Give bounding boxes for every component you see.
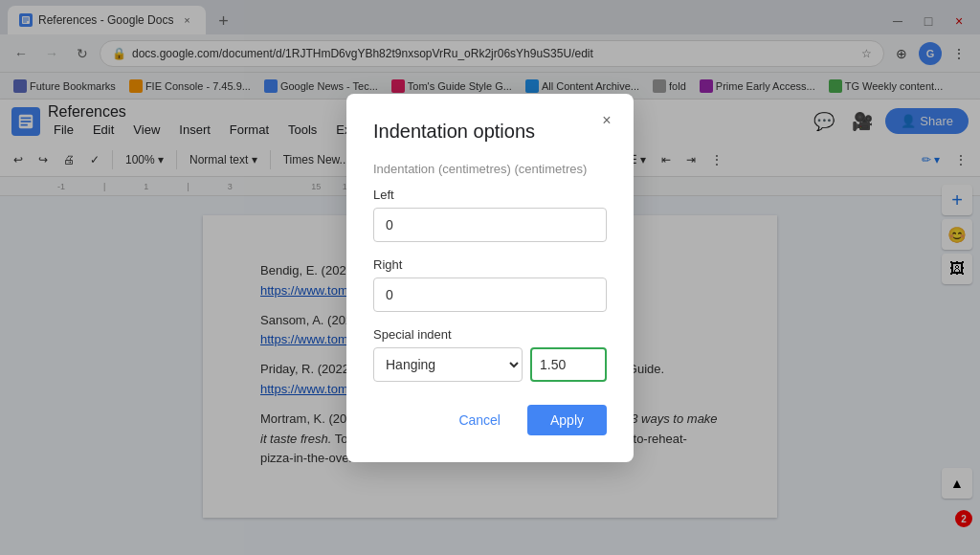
indentation-dialog: Indentation options × Indentation (centi… bbox=[346, 94, 634, 462]
left-indent-input[interactable] bbox=[373, 208, 607, 242]
special-indent-select[interactable]: Hanging None First line bbox=[373, 347, 523, 382]
special-indent-value-input[interactable] bbox=[530, 347, 607, 382]
special-indent-field: Special indent Hanging None First line bbox=[373, 327, 607, 382]
modal-title: Indentation options bbox=[373, 121, 607, 143]
right-indent-input[interactable] bbox=[373, 278, 607, 312]
left-indent-field: Left bbox=[373, 188, 607, 242]
right-indent-field: Right bbox=[373, 257, 607, 312]
cancel-button[interactable]: Cancel bbox=[443, 405, 516, 435]
special-indent-row: Hanging None First line bbox=[373, 347, 607, 382]
modal-section-label: Indentation (centimetres) (centimetres) bbox=[373, 162, 607, 176]
modal-close-button[interactable]: × bbox=[595, 109, 618, 132]
modal-overlay: Indentation options × Indentation (centi… bbox=[0, 0, 980, 555]
modal-actions: Cancel Apply bbox=[373, 405, 607, 435]
apply-button[interactable]: Apply bbox=[527, 405, 607, 435]
special-indent-label: Special indent bbox=[373, 327, 607, 342]
left-label: Left bbox=[373, 188, 607, 202]
right-label: Right bbox=[373, 257, 607, 272]
